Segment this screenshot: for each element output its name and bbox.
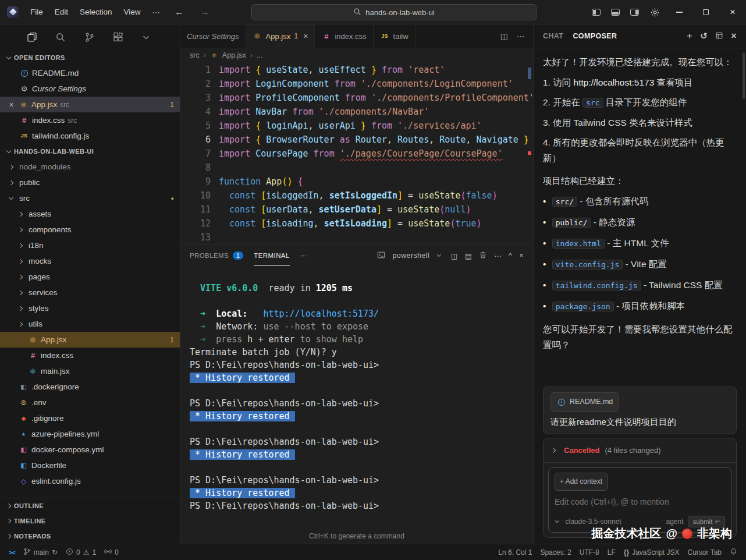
open-editor-item-cursor-settings[interactable]: ⚙Cursor Settings [0,81,180,97]
tab-tailw[interactable]: JStailw [374,24,415,48]
tree-folder-styles[interactable]: styles [0,300,180,316]
tree-file-dockerignore[interactable]: ◧.dockerignore [0,379,180,395]
tree-folder-public[interactable]: public [0,175,180,190]
launch-profile-icon[interactable]: ▤ [465,251,472,260]
tree-file-gitignore[interactable]: ◆.gitignore [0,410,180,426]
open-editor-item-index-css[interactable]: #index.csssrc [0,112,180,128]
menu-edit[interactable]: Edit [49,8,74,16]
tree-file-main-jsx[interactable]: ⚛main.jsx [0,363,180,379]
chevron-down-icon[interactable] [437,253,441,256]
tree-file-azure-pipelines-yml[interactable]: ▲azure-pipelines.yml [0,426,180,442]
open-editors-header[interactable]: OPEN EDITORS [0,50,180,65]
tree-folder-src[interactable]: src● [0,190,180,206]
tree-file-app-jsx[interactable]: ⚛App.jsx1 [0,332,180,348]
tab-cursor-settings[interactable]: Cursor Settings [180,24,246,48]
tree-folder-components[interactable]: components [0,222,180,238]
close-icon[interactable]: × [7,100,16,109]
tab-chat[interactable]: CHAT [543,32,563,40]
forward-icon[interactable]: → [192,7,218,17]
close-panel-icon[interactable]: × [519,251,524,260]
open-editor-item-app-jsx[interactable]: ×⚛App.jsxsrc1 [0,97,180,112]
agent-mode-label[interactable]: agent [666,517,683,526]
explorer-icon[interactable] [27,32,37,42]
source-control-icon[interactable] [84,32,95,42]
split-editor-icon[interactable]: ◫ [500,31,508,41]
new-chat-icon[interactable]: + [687,30,692,42]
cursor-position[interactable]: Ln 6, Col 1 [494,544,536,560]
history-icon[interactable]: ↺ [700,31,708,41]
settings-gear-icon[interactable] [650,8,660,17]
chevron-down-icon[interactable] [141,33,151,42]
maximize-button[interactable] [692,0,719,24]
tab-problems[interactable]: PROBLEMS 1 [190,245,243,266]
open-editor-item-tailwind-config-js[interactable]: JStailwind.config.js [0,128,180,144]
tree-file-env[interactable]: ⚙.env [0,395,180,410]
section-outline[interactable]: OUTLINE [0,498,180,513]
eol-sequence[interactable]: LF [603,544,620,560]
toggle-sidebar-icon[interactable] [592,9,601,16]
tree-folder-assets[interactable]: assets [0,206,180,222]
extensions-icon[interactable] [113,32,123,42]
menu-view[interactable]: View [118,8,147,16]
toggle-panel-icon[interactable] [611,9,620,16]
more-actions-icon[interactable]: ⋯ [517,31,525,41]
command-search-box[interactable]: hands-on-lab-web-ui [251,4,537,20]
toggle-secondary-sidebar-icon[interactable] [630,9,639,16]
search-icon[interactable] [55,32,66,42]
encoding[interactable]: UTF-8 [576,544,603,560]
language-mode[interactable]: {}JavaScript JSX [620,544,684,560]
chat-scrollbar[interactable] [743,52,745,99]
tree-folder-i18n[interactable]: i18n [0,238,180,253]
tree-file-dockerfile[interactable]: ◧Dockerfile [0,458,180,473]
model-selector[interactable]: claude-3.5-sonnet [566,517,621,526]
tree-folder-pages[interactable]: pages [0,269,180,285]
code-editor[interactable]: 12345678910111213 import { useState, use… [180,63,533,244]
tree-file-eslint-config-js[interactable]: ◇eslint.config.js [0,473,180,489]
section-timeline[interactable]: TIMELINE [0,513,180,529]
breadcrumb-item[interactable]: src [190,51,200,59]
tree-folder-services[interactable]: services [0,285,180,300]
back-icon[interactable]: ← [166,7,192,17]
chevron-down-icon[interactable] [555,519,559,522]
cancelled-status-row[interactable]: Cancelled (4 files changed) [543,438,736,463]
problems-indicator[interactable]: 0 ⚠ 1 [62,544,100,560]
tree-file-docker-compose-yml[interactable]: ◧docker-compose.yml [0,442,180,458]
indentation[interactable]: Spaces: 2 [536,544,575,560]
project-root-header[interactable]: HANDS-ON-LAB-WEB-UI [0,144,180,159]
add-context-button[interactable]: + Add context [555,473,608,491]
minimize-button[interactable] [666,0,692,24]
menu-file[interactable]: File [24,8,49,16]
close-window-button[interactable]: × [719,0,746,24]
terminal-instance-label[interactable]: powershell [392,251,429,260]
kill-terminal-icon[interactable] [479,251,487,261]
section-notepads[interactable]: NOTEPADS [0,529,180,544]
open-editor-item-readme-md[interactable]: iREADME.md [0,65,180,81]
tree-folder-utils[interactable]: utils [0,316,180,332]
more-panel-tabs-icon[interactable]: ⋯ [300,245,308,266]
breadcrumb-item[interactable]: App.jsx [222,51,246,59]
ports-indicator[interactable]: 0 [100,544,123,560]
terminal-output[interactable]: VITE v6.0.0 ready in 1205 ms ➜ Local: ht… [180,266,533,529]
tab-index-css[interactable]: #index.css [315,24,373,48]
tree-folder-mocks[interactable]: mocks [0,253,180,269]
notifications-bell[interactable] [726,544,741,560]
tab-terminal[interactable]: TERMINAL [254,245,289,266]
close-chat-icon[interactable]: × [731,31,737,41]
more-actions-icon[interactable]: ⋯ [494,251,502,260]
tree-file-index-css[interactable]: #index.css [0,348,180,363]
composer-input[interactable]: + Add context Edit code (Ctrl+I), @ to m… [548,467,731,533]
tab-composer[interactable]: COMPOSER [573,32,617,40]
close-icon[interactable]: × [303,31,308,41]
breadcrumb-item[interactable]: ... [257,51,262,59]
cursor-tab-toggle[interactable]: Cursor Tab [684,544,726,560]
menu-overflow-icon[interactable]: ⋯ [147,8,167,17]
maximize-panel-icon[interactable]: ^ [509,251,512,260]
menu-selection[interactable]: Selection [74,8,118,16]
tree-folder-node-modules[interactable]: node_modules [0,159,180,175]
tab-app-jsx[interactable]: ⚛App.jsx1× [246,24,315,48]
open-in-editor-icon[interactable] [715,31,723,41]
file-chip[interactable]: i README.md [550,392,619,412]
remote-indicator[interactable]: >< [5,544,19,560]
split-terminal-icon[interactable]: ◫ [451,251,458,260]
branch-indicator[interactable]: main ↻ [19,544,62,560]
